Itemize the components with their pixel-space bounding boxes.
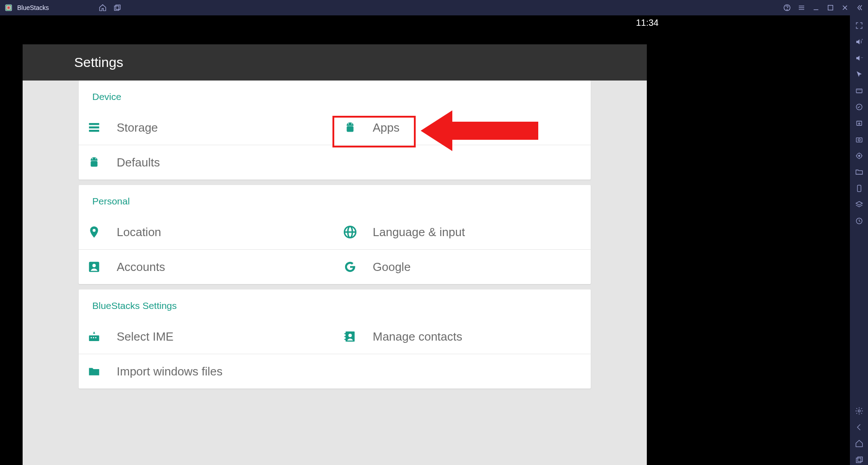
cursor-lock-icon[interactable]	[854, 69, 864, 80]
item-label: Apps	[373, 121, 399, 135]
settings-item-select-ime[interactable]: Select IME	[79, 319, 335, 354]
item-label: Google	[373, 260, 411, 274]
settings-item-import-files[interactable]: Import windows files	[79, 354, 335, 389]
titlebar-nav	[99, 4, 121, 12]
back-icon[interactable]	[854, 422, 864, 432]
settings-item-google[interactable]: Google	[335, 250, 591, 284]
item-label: Storage	[117, 121, 158, 135]
svg-rect-51	[91, 337, 92, 338]
section-title-bluestacks: BlueStacks Settings	[79, 289, 591, 319]
device-section: Device Storage Apps	[79, 81, 591, 180]
svg-point-32	[858, 410, 860, 412]
android-icon	[85, 153, 103, 171]
svg-text:−: −	[861, 56, 863, 60]
settings-body: Device Storage Apps	[23, 81, 647, 465]
status-time: 11:34	[636, 18, 659, 28]
svg-rect-33	[856, 458, 861, 462]
svg-rect-37	[89, 130, 100, 132]
android-statusbar: 11:34	[0, 15, 669, 28]
svg-point-6	[787, 9, 787, 10]
volume-down-icon[interactable]: −	[854, 52, 864, 63]
sync-icon[interactable]	[854, 101, 864, 112]
keyboard-ime-icon	[85, 327, 103, 346]
google-g-icon	[341, 258, 359, 276]
svg-point-49	[92, 264, 96, 267]
svg-point-41	[92, 158, 93, 159]
svg-rect-57	[345, 336, 346, 337]
bluestacks-logo-icon	[5, 4, 13, 12]
settings-item-apps[interactable]: Apps	[335, 110, 591, 145]
item-label: Accounts	[117, 260, 165, 274]
svg-rect-3	[114, 6, 119, 10]
rotate-icon[interactable]	[854, 183, 864, 194]
svg-rect-35	[89, 123, 100, 125]
volume-up-icon[interactable]: +	[854, 36, 864, 47]
contacts-icon	[341, 327, 359, 346]
keymap-icon[interactable]	[854, 85, 864, 96]
settings-item-location[interactable]: Location	[79, 215, 335, 250]
side-toolbar: + −	[850, 15, 868, 465]
settings-item-accounts[interactable]: Accounts	[79, 250, 335, 284]
svg-rect-22	[856, 138, 862, 142]
screenshot-icon[interactable]	[854, 134, 864, 145]
emulator-frame: 11:34 Settings Device Storage Apps	[0, 15, 669, 465]
section-title-device: Device	[79, 81, 591, 110]
svg-rect-56	[345, 333, 346, 335]
svg-point-55	[348, 334, 352, 337]
tabs-icon[interactable]	[113, 4, 121, 12]
settings-item-defaults[interactable]: Defaults	[79, 145, 335, 180]
svg-point-42	[95, 158, 96, 159]
minimize-icon[interactable]	[812, 4, 820, 12]
app-title: BlueStacks	[17, 4, 49, 11]
item-label: Manage contacts	[373, 330, 462, 344]
home-icon[interactable]	[99, 4, 107, 12]
folder-import-icon	[85, 362, 103, 380]
svg-text:+: +	[861, 38, 863, 41]
collapse-sidebar-icon[interactable]	[855, 4, 863, 12]
svg-rect-2	[7, 6, 10, 9]
pin-location-icon[interactable]	[854, 150, 864, 161]
settings-item-storage[interactable]: Storage	[79, 110, 335, 145]
svg-point-38	[348, 123, 349, 124]
section-title-personal: Personal	[79, 185, 591, 215]
svg-point-23	[858, 138, 860, 141]
install-apk-icon[interactable]	[854, 118, 864, 128]
svg-point-25	[858, 155, 859, 156]
svg-rect-53	[95, 337, 97, 338]
item-label: Import windows files	[117, 365, 223, 379]
storage-icon	[85, 119, 103, 137]
item-label: Language & input	[373, 225, 465, 239]
svg-rect-30	[857, 185, 861, 191]
page-title: Settings	[74, 55, 123, 70]
location-pin-icon	[85, 223, 103, 241]
recents-icon[interactable]	[854, 454, 864, 465]
svg-point-39	[351, 123, 352, 124]
account-icon	[85, 258, 103, 276]
svg-rect-58	[345, 339, 346, 340]
bluestacks-settings-section: BlueStacks Settings Select IME Manage co…	[79, 289, 591, 389]
personal-section: Personal Location Language & input	[79, 185, 591, 284]
settings-item-manage-contacts[interactable]: Manage contacts	[335, 319, 591, 354]
svg-rect-4	[116, 5, 120, 9]
svg-point-44	[93, 229, 96, 232]
item-label: Defaults	[117, 156, 160, 170]
titlebar: BlueStacks	[0, 0, 868, 15]
item-label: Select IME	[117, 330, 174, 344]
clock-icon[interactable]	[854, 215, 864, 226]
layers-icon[interactable]	[854, 199, 864, 210]
home-nav-icon[interactable]	[854, 438, 864, 449]
maximize-icon[interactable]	[826, 4, 835, 12]
settings-item-language[interactable]: Language & input	[335, 215, 591, 250]
svg-rect-34	[858, 457, 862, 461]
close-icon[interactable]	[841, 4, 849, 12]
hamburger-icon[interactable]	[797, 4, 806, 12]
settings-header: Settings	[23, 44, 647, 81]
svg-rect-36	[89, 127, 100, 128]
fullscreen-icon[interactable]	[854, 20, 864, 31]
svg-rect-16	[856, 89, 862, 93]
svg-rect-11	[828, 5, 833, 10]
gear-icon[interactable]	[854, 405, 864, 416]
folder-icon[interactable]	[854, 166, 864, 177]
help-icon[interactable]	[783, 4, 791, 12]
svg-rect-43	[91, 161, 98, 167]
